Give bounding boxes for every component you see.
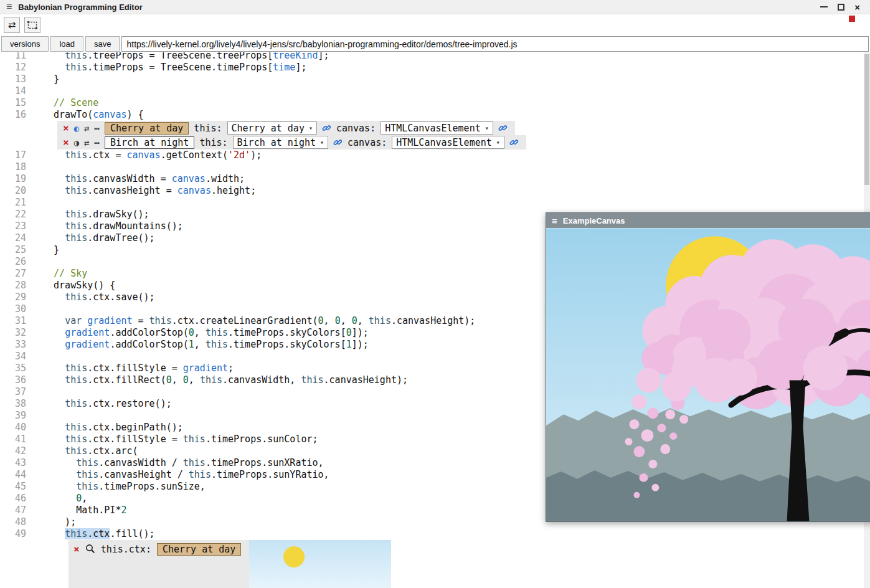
scrollbar-thumb[interactable] bbox=[864, 54, 869, 185]
probe-widget: × this.ctx: Cherry at day bbox=[69, 540, 391, 588]
example-name-button[interactable]: Cherry at day bbox=[105, 122, 189, 135]
code-line[interactable]: 49 this.ctx.fill(); bbox=[0, 528, 870, 540]
code-text: ); bbox=[31, 516, 76, 528]
code-line[interactable]: 16 drawTo(canvas) { bbox=[0, 109, 870, 121]
line-number: 16 bbox=[0, 109, 31, 121]
window-title: Babylonian Programming Editor bbox=[18, 2, 142, 12]
line-number: 22 bbox=[0, 209, 31, 220]
link-icon[interactable] bbox=[322, 123, 331, 133]
close-button[interactable]: × bbox=[854, 2, 860, 12]
swap-example-icon[interactable]: ⇄ bbox=[84, 124, 89, 133]
code-line[interactable]: 21 bbox=[0, 197, 870, 209]
code-text: // Sky bbox=[31, 268, 87, 280]
probe-canvas-preview bbox=[249, 540, 391, 588]
link-icon[interactable] bbox=[498, 123, 508, 133]
code-text: this.canvasWidth = canvas.width; bbox=[31, 173, 245, 185]
code-text: } bbox=[31, 244, 59, 256]
code-line[interactable]: 14 bbox=[0, 85, 870, 97]
canvas-label: canvas: bbox=[348, 137, 387, 148]
example-annotations: × ◐ ⇄ ⋯ Cherry at day this: Cherry at da… bbox=[0, 121, 870, 149]
chevron-down-icon: ▾ bbox=[309, 125, 313, 131]
code-text: var gradient = this.ctx.createLinearGrad… bbox=[31, 315, 475, 327]
line-number: 47 bbox=[0, 505, 31, 516]
code-line[interactable]: 20 this.canvasHeight = canvas.height; bbox=[0, 185, 870, 197]
example-canvas-content bbox=[546, 228, 870, 521]
delete-example-icon[interactable]: × bbox=[63, 138, 69, 148]
code-text bbox=[31, 256, 42, 268]
more-options-icon[interactable]: ⋯ bbox=[95, 124, 100, 133]
line-number: 38 bbox=[0, 398, 31, 410]
example-canvas-title: ExampleCanvas bbox=[563, 216, 625, 225]
code-text: gradient.addColorStop(0, this.timeProps.… bbox=[31, 327, 369, 339]
code-text: Math.PI*2 bbox=[31, 505, 126, 516]
probe-example-button[interactable]: Cherry at day bbox=[157, 543, 241, 556]
code-line[interactable]: 15 // Scene bbox=[0, 97, 870, 109]
line-number: 14 bbox=[0, 85, 31, 97]
line-number: 28 bbox=[0, 280, 31, 292]
line-number: 37 bbox=[0, 386, 31, 398]
versions-button[interactable]: versions bbox=[1, 36, 49, 52]
line-number: 29 bbox=[0, 292, 31, 303]
example-canvas-window[interactable]: ≡ ExampleCanvas bbox=[546, 212, 870, 522]
code-line[interactable]: 17 this.ctx = canvas.getContext('2d'); bbox=[0, 149, 870, 161]
probe-controls: × this.ctx: Cherry at day bbox=[73, 543, 241, 556]
code-text: this.canvasWidth / this.timeProps.sunXRa… bbox=[31, 457, 324, 469]
menu-icon[interactable]: ≡ bbox=[6, 2, 12, 12]
line-number: 11 bbox=[0, 52, 31, 62]
code-text: drawTo(canvas) { bbox=[31, 109, 144, 121]
minimize-button[interactable] bbox=[820, 6, 828, 7]
code-text: this.canvasHeight = canvas.height; bbox=[31, 185, 256, 197]
code-line[interactable]: 13 } bbox=[0, 74, 870, 85]
line-number: 26 bbox=[0, 256, 31, 268]
code-text bbox=[31, 303, 42, 315]
code-line[interactable]: 12 this.timeProps = TreeScene.timeProps[… bbox=[0, 62, 870, 74]
code-text: this.ctx.save(); bbox=[31, 292, 155, 303]
line-number: 12 bbox=[0, 62, 31, 74]
line-number: 19 bbox=[0, 173, 31, 185]
line-number: 13 bbox=[0, 74, 31, 85]
swap-example-icon[interactable]: ⇄ bbox=[84, 138, 89, 147]
example-name-button[interactable]: Birch at night bbox=[105, 136, 194, 149]
code-line[interactable]: 11 this.treeProps = TreeScene.treeProps[… bbox=[0, 52, 870, 62]
example-canvas-titlebar[interactable]: ≡ ExampleCanvas bbox=[546, 213, 870, 228]
line-number: 34 bbox=[0, 351, 31, 363]
chevron-down-icon: ▾ bbox=[320, 139, 324, 146]
code-text: this.ctx = canvas.getContext('2d'); bbox=[31, 149, 262, 161]
this-value: Birch at night bbox=[237, 137, 316, 148]
code-text bbox=[31, 351, 42, 363]
code-line[interactable]: 18 bbox=[0, 161, 870, 173]
this-value-dropdown[interactable]: Birch at night ▾ bbox=[233, 136, 328, 149]
more-options-icon[interactable]: ⋯ bbox=[95, 138, 100, 147]
delete-example-icon[interactable]: × bbox=[63, 123, 69, 133]
link-icon[interactable] bbox=[333, 138, 343, 147]
line-number: 32 bbox=[0, 327, 31, 339]
load-button[interactable]: load bbox=[50, 36, 83, 52]
toggle-example-icon[interactable]: ◑ bbox=[74, 138, 79, 147]
window-menu-icon[interactable]: ≡ bbox=[552, 216, 557, 225]
this-value-dropdown[interactable]: Cherry at day ▾ bbox=[227, 121, 317, 135]
line-number: 49 bbox=[0, 528, 31, 540]
url-input[interactable] bbox=[121, 36, 869, 52]
code-text: this.ctx.fillStyle = this.timeProps.sunC… bbox=[31, 434, 318, 445]
swap-editor-button[interactable]: ⇄ bbox=[4, 17, 20, 33]
this-value: Cherry at day bbox=[232, 123, 305, 134]
line-number: 21 bbox=[0, 197, 31, 209]
code-line[interactable]: 19 this.canvasWidth = canvas.width; bbox=[0, 173, 870, 185]
link-icon[interactable] bbox=[509, 138, 519, 147]
canvas-value-dropdown[interactable]: HTMLCanvasElement ▾ bbox=[381, 121, 493, 135]
toggle-example-icon[interactable]: ◐ bbox=[74, 124, 79, 133]
save-button[interactable]: save bbox=[85, 36, 120, 52]
maximize-button[interactable] bbox=[838, 4, 844, 11]
delete-probe-icon[interactable]: × bbox=[73, 544, 80, 554]
code-text: // Scene bbox=[31, 97, 98, 109]
line-number: 48 bbox=[0, 516, 31, 528]
canvas-value-dropdown[interactable]: HTMLCanvasElement ▾ bbox=[392, 136, 504, 149]
select-region-button[interactable] bbox=[24, 17, 40, 33]
canvas-value: HTMLCanvasElement bbox=[385, 123, 481, 134]
code-text: this.drawSky(); bbox=[31, 209, 149, 220]
line-number: 42 bbox=[0, 445, 31, 457]
code-text: this.ctx.beginPath(); bbox=[31, 422, 183, 434]
code-text bbox=[31, 197, 42, 209]
magnifier-icon[interactable] bbox=[85, 544, 95, 556]
tool-iconbar: ⇄ bbox=[0, 14, 870, 36]
